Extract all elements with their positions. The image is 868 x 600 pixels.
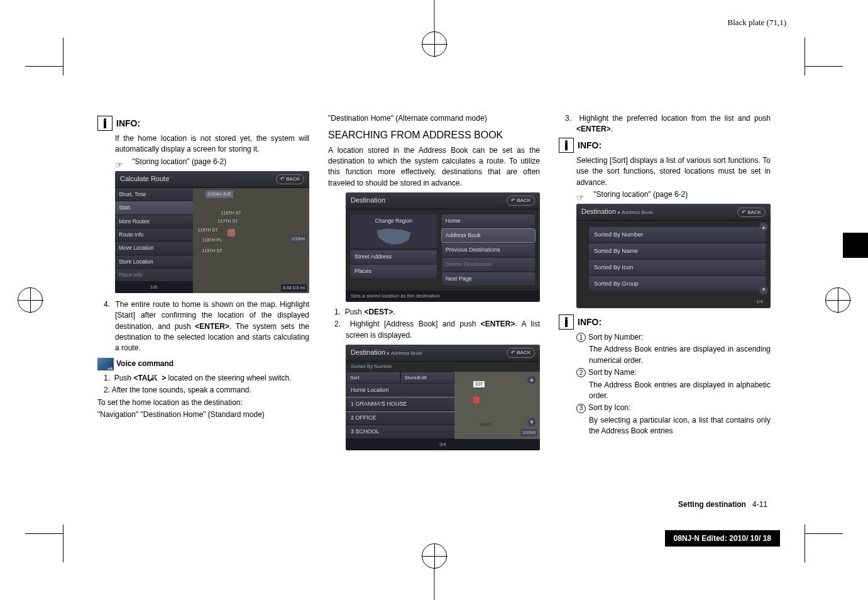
back-button: ↶ BACK	[507, 348, 535, 358]
ss-title: Destination	[351, 196, 385, 206]
list-item: 3 SCHOOL	[346, 425, 454, 439]
map-preview: JUDAH AVE 116TH ST 117TH ST 118TH ST 118…	[193, 188, 309, 293]
sort-list: 1Sort by Number: The Address Book entrie…	[559, 332, 771, 437]
section-desc: A location stored in the Address Book ca…	[328, 145, 540, 189]
menu-item: Place Info	[115, 269, 193, 282]
sort-button: Sort	[346, 372, 400, 384]
pointer-icon	[576, 191, 590, 199]
registration-mark	[422, 31, 447, 57]
step-3: 3. Highlight the preferred location from…	[559, 113, 771, 135]
scroll-up-icon: ▲	[759, 223, 768, 231]
screenshot-address-book-list: Destination ▸ Address Book ↶ BACK Sorted…	[346, 345, 540, 450]
section-heading: SEARCHING FROM ADDRESS BOOK	[328, 128, 540, 142]
info-text: If the home location is not stored yet, …	[97, 133, 309, 155]
menu-item: Start	[115, 201, 193, 214]
places-button: Places	[351, 265, 437, 278]
voice-command-text: "Navigation" "Destination Home" (Standar…	[97, 409, 309, 420]
ss-title: Calculate Route	[120, 174, 169, 184]
route-menu: Short. Time Start More Routes Route Info…	[115, 188, 193, 293]
screenshot-sort-options: Destination ▸ Address Book ↶ BACK Sorted…	[576, 204, 771, 308]
ss-page-indicator: 1/4	[576, 298, 771, 308]
screenshot-calculate-route: Calculate Route ↶ BACK Short. Time Start…	[115, 171, 309, 293]
sort-desc-1: The Address Book entries are displayed i…	[576, 344, 771, 366]
crop-mark	[805, 533, 843, 534]
step-2: 2. Highlight [Address Book] and push <EN…	[328, 319, 540, 341]
list-item: 1 GRANMA'S HOUSE	[346, 397, 454, 411]
reference-link: "Storing location" (page 6-2)	[559, 189, 771, 200]
crop-mark	[25, 533, 63, 534]
sort-label: Sorted By Number	[346, 362, 540, 372]
info-icon	[559, 138, 574, 153]
menu-item: More Routes	[115, 215, 193, 228]
street-address-button: Street Address	[351, 250, 437, 264]
menu-item: Short. Time	[115, 188, 193, 201]
menu-item: Store Location	[115, 255, 193, 269]
back-button: ↶ BACK	[276, 174, 304, 184]
registration-mark	[18, 287, 43, 313]
info-label: INFO:	[116, 117, 140, 130]
reference-link: "Storing location" (page 6-2)	[97, 157, 309, 167]
menu-item: Move Location	[115, 242, 193, 255]
ss-title: Destination ▸ Address Book	[581, 207, 653, 217]
circled-2-icon: 2	[576, 368, 586, 377]
page-footer: Setting destination 4-11	[678, 500, 767, 509]
voice-step-1: 1. Push <TALK 🎤 > located on the steerin…	[97, 373, 309, 384]
info-label: INFO:	[578, 316, 602, 328]
menu-item: Route Info	[115, 228, 193, 242]
registration-mark	[422, 543, 447, 569]
crop-mark	[25, 66, 63, 67]
info-callout: INFO:	[559, 314, 771, 330]
next-page-button: Next Page	[442, 272, 535, 286]
ss-page-indicator: 3/4	[346, 439, 540, 450]
info-icon	[97, 116, 113, 131]
sort-option: Sorted By Group	[589, 276, 766, 291]
info-icon	[559, 314, 574, 330]
info-callout: INFO:	[559, 138, 771, 153]
step-1: 1. Push <DEST>.	[328, 307, 540, 318]
scroll-up-icon: ▲	[527, 375, 536, 384]
us-map-icon	[375, 226, 412, 245]
destination-flag-icon	[228, 229, 235, 236]
sort-option: Sorted By Icon	[589, 260, 766, 275]
sort-desc-3: By selecting a particular icon, a list t…	[576, 415, 771, 437]
crop-mark	[805, 525, 805, 562]
voice-step-2: 2. After the tone sounds, speak a comman…	[97, 385, 309, 396]
back-button: ↶ BACK	[507, 196, 535, 206]
marker-icon	[473, 397, 480, 403]
sort-option-1: 1Sort by Number:	[576, 332, 771, 343]
list-item: 2 OFFICE	[346, 411, 454, 425]
circled-1-icon: 1	[576, 333, 586, 342]
sort-desc-2: The Address Book entries are displayed i…	[576, 380, 771, 402]
edit-label: 08NJ-N Edited: 2010/ 10/ 18	[665, 530, 780, 547]
column-2: "Destination Home" (Alternate command mo…	[328, 113, 540, 457]
voice-icon	[97, 358, 114, 370]
section-tab	[843, 233, 868, 258]
sort-option-2: 2Sort by Name:	[576, 367, 771, 378]
crop-mark	[805, 66, 843, 67]
ss-help-text: Sets a stored location as the destinatio…	[346, 291, 540, 302]
info-text: Selecting [Sort] displays a list of vari…	[559, 155, 771, 188]
crop-mark	[805, 38, 805, 75]
alt-command: "Destination Home" (Alternate command mo…	[328, 113, 540, 124]
sort-option-3: 3Sort by Icon:	[576, 403, 771, 413]
sort-option: Sorted By Name	[589, 243, 766, 258]
change-region-panel: Change Region	[351, 214, 437, 248]
step-4: 4. The entire route to home is shown on …	[97, 299, 309, 354]
crop-mark	[63, 525, 63, 562]
address-book-button: Address Book	[442, 229, 535, 242]
delete-dest-button: Delete Destination	[442, 258, 535, 271]
back-button: ↶ BACK	[737, 208, 766, 218]
pointer-icon	[115, 158, 129, 166]
store-edit-button: Store/Edit	[401, 372, 454, 384]
circled-3-icon: 3	[576, 404, 586, 413]
home-button: Home	[442, 214, 535, 228]
column-3: 3. Highlight the preferred location from…	[559, 113, 771, 457]
registration-mark	[825, 287, 850, 313]
column-1: INFO: If the home location is not stored…	[97, 113, 309, 457]
ss-title: Destination ▸ Address Book	[351, 348, 422, 358]
info-label: INFO:	[578, 139, 602, 152]
menu-footer: 1/6	[115, 282, 193, 293]
previous-dest-button: Previous Destinations	[442, 243, 535, 257]
list-item: Home Location	[346, 384, 454, 397]
info-callout: INFO:	[97, 116, 309, 131]
